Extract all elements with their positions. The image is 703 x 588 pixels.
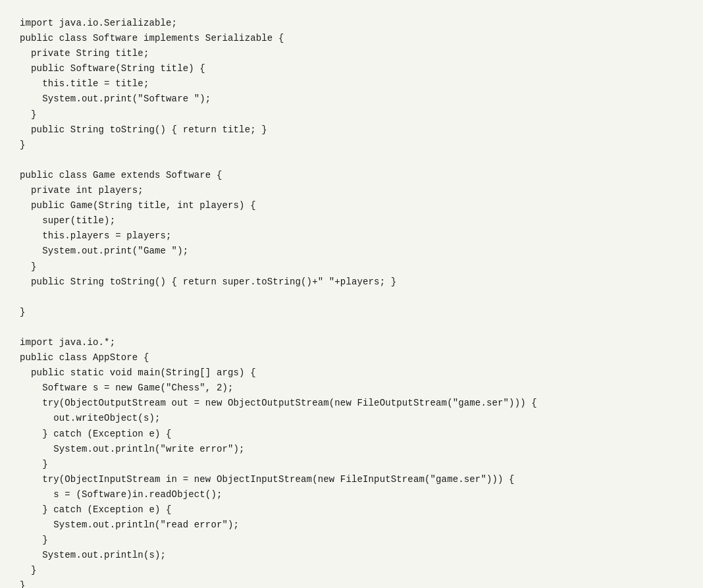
code-content: import java.io.Serializable; public clas… (20, 16, 683, 588)
code-container: import java.io.Serializable; public clas… (20, 16, 683, 588)
